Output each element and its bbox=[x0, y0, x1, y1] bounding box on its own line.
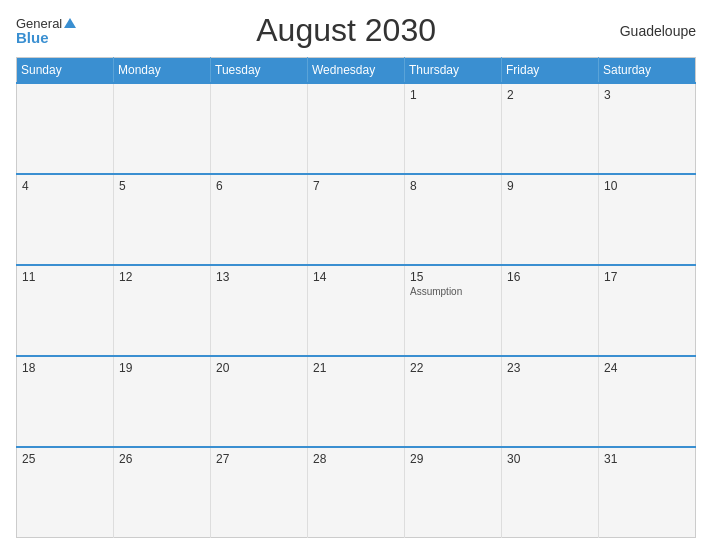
calendar-day-cell: 11 bbox=[17, 265, 114, 356]
day-number: 12 bbox=[119, 270, 205, 284]
calendar-day-cell: 18 bbox=[17, 356, 114, 447]
day-number: 23 bbox=[507, 361, 593, 375]
weekday-header-sunday: Sunday bbox=[17, 58, 114, 84]
day-number: 27 bbox=[216, 452, 302, 466]
day-number: 4 bbox=[22, 179, 108, 193]
calendar-day-cell: 26 bbox=[114, 447, 211, 538]
calendar-day-cell: 31 bbox=[599, 447, 696, 538]
calendar-week-row: 18192021222324 bbox=[17, 356, 696, 447]
day-number: 25 bbox=[22, 452, 108, 466]
calendar-day-cell: 14 bbox=[308, 265, 405, 356]
day-number: 22 bbox=[410, 361, 496, 375]
calendar-day-cell bbox=[211, 83, 308, 174]
logo-triangle-icon bbox=[64, 18, 76, 28]
month-title: August 2030 bbox=[76, 12, 616, 49]
day-number: 19 bbox=[119, 361, 205, 375]
day-number: 17 bbox=[604, 270, 690, 284]
calendar-day-cell: 7 bbox=[308, 174, 405, 265]
day-number: 26 bbox=[119, 452, 205, 466]
day-number: 15 bbox=[410, 270, 496, 284]
calendar-day-cell: 13 bbox=[211, 265, 308, 356]
calendar-day-cell: 3 bbox=[599, 83, 696, 174]
calendar-table: SundayMondayTuesdayWednesdayThursdayFrid… bbox=[16, 57, 696, 538]
calendar-day-cell: 4 bbox=[17, 174, 114, 265]
day-number: 28 bbox=[313, 452, 399, 466]
holiday-label: Assumption bbox=[410, 286, 496, 297]
weekday-header-friday: Friday bbox=[502, 58, 599, 84]
day-number: 18 bbox=[22, 361, 108, 375]
day-number: 2 bbox=[507, 88, 593, 102]
calendar-day-cell: 10 bbox=[599, 174, 696, 265]
calendar-week-row: 1112131415Assumption1617 bbox=[17, 265, 696, 356]
calendar-day-cell: 12 bbox=[114, 265, 211, 356]
page-container: General Blue August 2030 Guadeloupe Sund… bbox=[0, 0, 712, 550]
calendar-week-row: 123 bbox=[17, 83, 696, 174]
calendar-header-row: SundayMondayTuesdayWednesdayThursdayFrid… bbox=[17, 58, 696, 84]
calendar-day-cell: 25 bbox=[17, 447, 114, 538]
weekday-header-tuesday: Tuesday bbox=[211, 58, 308, 84]
calendar-day-cell: 29 bbox=[405, 447, 502, 538]
calendar-day-cell bbox=[17, 83, 114, 174]
day-number: 14 bbox=[313, 270, 399, 284]
calendar-day-cell: 9 bbox=[502, 174, 599, 265]
day-number: 29 bbox=[410, 452, 496, 466]
calendar-day-cell: 1 bbox=[405, 83, 502, 174]
calendar-week-row: 25262728293031 bbox=[17, 447, 696, 538]
calendar-body: 123456789101112131415Assumption161718192… bbox=[17, 83, 696, 538]
calendar-day-cell: 5 bbox=[114, 174, 211, 265]
day-number: 1 bbox=[410, 88, 496, 102]
day-number: 21 bbox=[313, 361, 399, 375]
day-number: 9 bbox=[507, 179, 593, 193]
day-number: 16 bbox=[507, 270, 593, 284]
calendar-day-cell: 30 bbox=[502, 447, 599, 538]
calendar-day-cell bbox=[308, 83, 405, 174]
day-number: 7 bbox=[313, 179, 399, 193]
calendar-day-cell: 15Assumption bbox=[405, 265, 502, 356]
logo-text-blue: Blue bbox=[16, 30, 76, 45]
day-number: 3 bbox=[604, 88, 690, 102]
calendar-day-cell: 19 bbox=[114, 356, 211, 447]
weekday-header-saturday: Saturday bbox=[599, 58, 696, 84]
calendar-day-cell: 23 bbox=[502, 356, 599, 447]
calendar-day-cell: 20 bbox=[211, 356, 308, 447]
logo-text-general: General bbox=[16, 17, 62, 30]
calendar-header: General Blue August 2030 Guadeloupe bbox=[16, 12, 696, 49]
calendar-day-cell: 8 bbox=[405, 174, 502, 265]
calendar-day-cell: 6 bbox=[211, 174, 308, 265]
day-number: 8 bbox=[410, 179, 496, 193]
weekday-header-wednesday: Wednesday bbox=[308, 58, 405, 84]
day-number: 30 bbox=[507, 452, 593, 466]
day-number: 10 bbox=[604, 179, 690, 193]
logo: General Blue bbox=[16, 17, 76, 45]
calendar-day-cell: 17 bbox=[599, 265, 696, 356]
day-number: 20 bbox=[216, 361, 302, 375]
calendar-day-cell: 16 bbox=[502, 265, 599, 356]
country-label: Guadeloupe bbox=[616, 23, 696, 39]
weekday-header-thursday: Thursday bbox=[405, 58, 502, 84]
calendar-day-cell: 28 bbox=[308, 447, 405, 538]
day-number: 11 bbox=[22, 270, 108, 284]
weekday-header-monday: Monday bbox=[114, 58, 211, 84]
day-number: 24 bbox=[604, 361, 690, 375]
calendar-week-row: 45678910 bbox=[17, 174, 696, 265]
day-number: 31 bbox=[604, 452, 690, 466]
day-number: 5 bbox=[119, 179, 205, 193]
calendar-day-cell: 2 bbox=[502, 83, 599, 174]
calendar-day-cell bbox=[114, 83, 211, 174]
day-number: 6 bbox=[216, 179, 302, 193]
calendar-day-cell: 27 bbox=[211, 447, 308, 538]
calendar-day-cell: 21 bbox=[308, 356, 405, 447]
calendar-day-cell: 24 bbox=[599, 356, 696, 447]
day-number: 13 bbox=[216, 270, 302, 284]
calendar-day-cell: 22 bbox=[405, 356, 502, 447]
